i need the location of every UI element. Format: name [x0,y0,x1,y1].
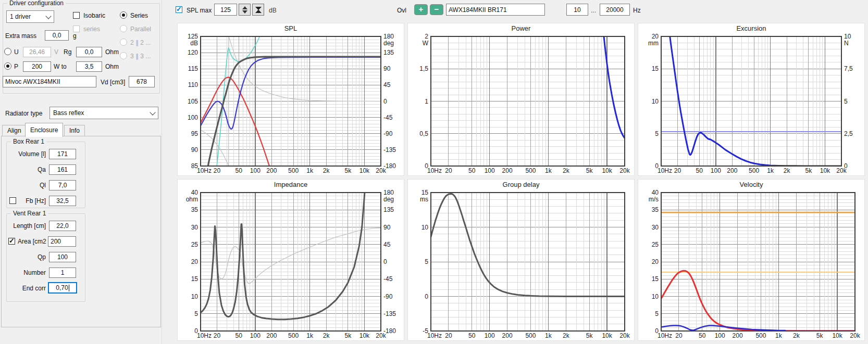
spl-max-unit: dB [269,7,277,14]
svg-text:180: 180 [383,189,394,196]
series-impedance-phase [201,228,381,284]
power-radio[interactable] [4,62,11,70]
svg-text:20: 20 [445,167,452,174]
tab-info[interactable]: Info [64,125,85,136]
parallel-radio [120,25,127,32]
series-label: Series [130,12,148,19]
radiator-type-select[interactable]: Bass reflex [49,107,158,119]
vent-number-field[interactable] [49,267,76,278]
ql-field[interactable] [49,180,76,190]
fit-scale-button[interactable] [252,4,264,16]
rg-field[interactable] [76,47,102,57]
svg-text:10Hz: 10Hz [658,167,672,174]
load-unit: Ohm [105,63,119,70]
spin-down-icon[interactable] [242,10,247,14]
spl-max-checkbox[interactable] [176,6,182,13]
svg-text:20k: 20k [850,332,860,339]
svg-text:deg: deg [383,196,394,203]
svg-text:1k: 1k [767,167,774,174]
svg-text:20k: 20k [376,332,386,339]
vent-area-field[interactable] [48,236,76,247]
parallel-label: Parallel [130,26,151,33]
overlay-name-field[interactable] [446,4,545,16]
extra-mass-field[interactable] [45,30,69,41]
svg-text:-135: -135 [383,310,396,317]
svg-text:500: 500 [749,167,759,174]
spl-max-field[interactable] [214,4,237,16]
voltage-field [23,47,51,57]
text-caret [69,285,69,291]
svg-text:5k: 5k [345,332,352,339]
power-field[interactable] [23,61,51,72]
vent-area-checkbox[interactable] [8,238,15,245]
series-small-label: series [83,26,100,33]
svg-text:10k: 10k [602,332,612,339]
svg-text:45: 45 [383,241,391,248]
load-field[interactable] [76,61,102,72]
svg-text:deg: deg [383,40,394,47]
svg-text:200: 200 [502,332,513,339]
isobaric-checkbox[interactable] [73,12,80,19]
vd-field[interactable] [129,76,155,87]
svg-text:5: 5 [655,310,659,317]
tab-enclosure[interactable]: Enclosure [25,123,63,137]
svg-text:95: 95 [191,130,199,137]
freq-range-dots: ... [591,7,596,14]
svg-text:2k: 2k [323,167,330,174]
voltage-radio[interactable] [4,48,11,55]
svg-text:100: 100 [250,332,261,339]
overlay-remove-button[interactable]: − [430,4,443,15]
freq-to-field[interactable] [600,4,630,16]
svg-text:10k: 10k [820,167,830,174]
spin-up-icon[interactable] [242,6,247,9]
freq-from-field[interactable] [566,4,588,16]
rg-label: Rg [64,48,71,56]
series-vent-velocity [661,271,855,331]
series-group-delay [431,194,625,296]
svg-text:15: 15 [191,275,199,283]
series-driver-spl [201,57,381,129]
series-radio[interactable] [120,11,127,19]
end-correction-field[interactable]: 0,70 [48,282,77,294]
chart-card-power: Power2W1,510,5010Hz20501002005001k2k5k10… [407,23,635,176]
svg-text:dB: dB [190,40,198,47]
fb-checkbox[interactable] [9,197,16,204]
volume-field[interactable] [49,149,76,159]
svg-text:500: 500 [755,332,766,339]
svg-text:100: 100 [188,114,198,121]
power-unit: W to [54,63,67,70]
svg-text:15: 15 [652,275,659,283]
svg-text:2: 2 [425,33,428,40]
vent-length-field[interactable] [49,221,76,231]
svg-text:1k: 1k [306,167,314,174]
svg-text:30: 30 [191,224,199,231]
ql-label: Ql [6,182,46,189]
tab-align[interactable]: Align [2,125,27,136]
svg-text:ohm: ohm [186,196,198,203]
svg-text:0: 0 [383,258,387,265]
svg-text:120: 120 [188,49,198,56]
driver-name-field[interactable] [3,76,96,87]
svg-text:10k: 10k [832,332,842,339]
isobaric-label: Isobaric [83,12,105,19]
spl-max-label: SPL max [187,7,212,14]
svg-text:180: 180 [383,33,394,40]
fb-field[interactable] [49,196,76,206]
svg-text:mm: mm [648,40,659,47]
qp-field[interactable] [49,252,76,262]
overlay-add-button[interactable]: + [414,4,428,15]
svg-text:125: 125 [188,33,198,40]
three-parallel-label: 3 ∥ 3 ... [130,53,151,60]
end-correction-value: 0,70 [56,284,68,291]
qa-field[interactable] [49,164,76,175]
svg-text:20k: 20k [619,332,630,339]
svg-text:45: 45 [383,81,391,88]
series-cone-velocity [661,325,785,330]
fit-scale-icon [255,6,262,14]
driver-count-select[interactable]: 1 driver [6,10,54,23]
svg-text:m/s: m/s [649,196,659,203]
spl-max-spinner[interactable] [239,4,251,16]
svg-text:90: 90 [383,65,391,72]
three-parallel-radio [120,52,127,59]
svg-text:10Hz: 10Hz [197,167,212,174]
